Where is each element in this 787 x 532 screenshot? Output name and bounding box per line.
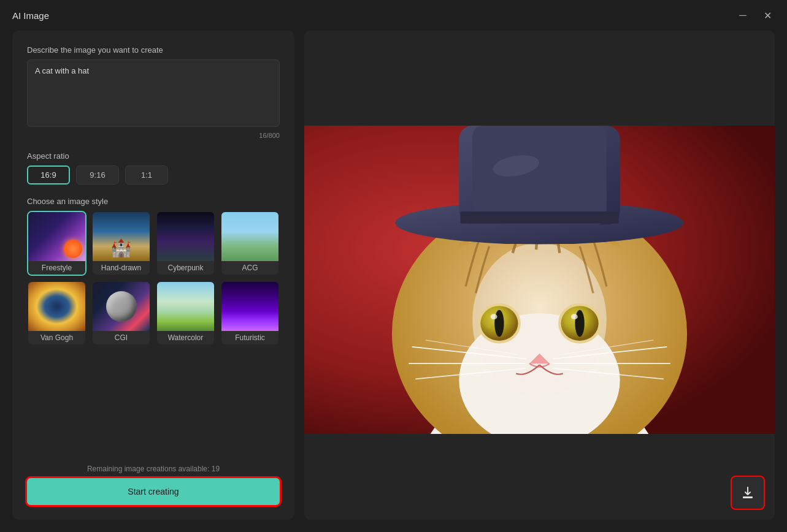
cat-image-svg [304, 126, 775, 434]
ar-btn-9-16[interactable]: 9:16 [76, 165, 119, 184]
ar-btn-16-9[interactable]: 16:9 [27, 165, 70, 184]
style-item-acg[interactable]: ACG [220, 211, 280, 276]
svg-rect-32 [743, 496, 753, 498]
svg-rect-12 [472, 126, 607, 225]
style-label-futuristic: Futuristic [221, 331, 278, 344]
style-label-cyberpunk: Cyberpunk [157, 261, 214, 275]
prompt-label: Describe the image you want to create [27, 45, 280, 55]
style-img-freestyle [28, 212, 85, 261]
style-section: Choose an image style Freestyle Hand-dra… [27, 197, 280, 346]
style-label-freestyle: Freestyle [28, 261, 85, 275]
style-label-hand-drawn: Hand-drawn [93, 261, 150, 275]
style-item-cgi[interactable]: CGI [91, 281, 151, 346]
bottom-section: Remaining image creations available: 19 … [27, 465, 280, 505]
close-button[interactable]: ✕ [760, 8, 775, 23]
style-img-acg [221, 212, 278, 261]
window-title: AI Image [12, 10, 49, 21]
char-count: 16/800 [27, 132, 280, 139]
prompt-section: Describe the image you want to create A … [27, 45, 280, 139]
style-item-van-gogh[interactable]: Van Gogh [27, 281, 86, 346]
image-bottom-area [304, 434, 775, 520]
style-img-watercolor [157, 282, 214, 331]
window-controls: ─ ✕ [735, 8, 775, 23]
style-item-watercolor[interactable]: Watercolor [156, 281, 215, 346]
style-img-van-gogh [28, 282, 85, 331]
style-img-hand-drawn [93, 212, 150, 261]
style-img-futuristic [221, 282, 278, 331]
svg-rect-13 [460, 211, 618, 224]
prompt-textarea[interactable]: A cat with a hat [27, 59, 280, 127]
style-item-freestyle[interactable]: Freestyle [27, 211, 86, 276]
download-icon [740, 485, 755, 500]
main-container: Describe the image you want to create A … [0, 31, 787, 532]
image-top-area [304, 31, 775, 126]
minimize-button[interactable]: ─ [735, 8, 750, 23]
style-label-watercolor: Watercolor [157, 331, 214, 344]
aspect-ratio-label: Aspect ratio [27, 151, 280, 161]
download-button[interactable] [731, 476, 765, 510]
right-panel [304, 31, 775, 520]
aspect-ratio-buttons: 16:9 9:16 1:1 [27, 165, 280, 184]
left-panel: Describe the image you want to create A … [12, 31, 294, 520]
style-item-cyberpunk[interactable]: Cyberpunk [156, 211, 215, 276]
aspect-ratio-section: Aspect ratio 16:9 9:16 1:1 [27, 151, 280, 184]
svg-point-22 [571, 314, 578, 319]
style-img-cyberpunk [157, 212, 214, 261]
style-item-hand-drawn[interactable]: Hand-drawn [91, 211, 151, 276]
style-label: Choose an image style [27, 197, 280, 206]
generated-image [304, 126, 775, 434]
style-img-cgi [93, 282, 150, 331]
title-bar: AI Image ─ ✕ [0, 0, 787, 31]
style-label-van-gogh: Van Gogh [28, 331, 85, 344]
svg-point-18 [491, 314, 497, 319]
start-creating-button[interactable]: Start creating [27, 478, 280, 505]
style-item-futuristic[interactable]: Futuristic [220, 281, 280, 346]
remaining-text: Remaining image creations available: 19 [27, 465, 280, 473]
style-label-acg: ACG [221, 261, 278, 275]
svg-point-21 [575, 310, 584, 337]
style-label-cgi: CGI [93, 331, 150, 344]
style-grid: Freestyle Hand-drawn Cyberpunk ACG Van G [27, 211, 280, 346]
ar-btn-1-1[interactable]: 1:1 [125, 165, 168, 184]
svg-point-17 [494, 310, 504, 337]
